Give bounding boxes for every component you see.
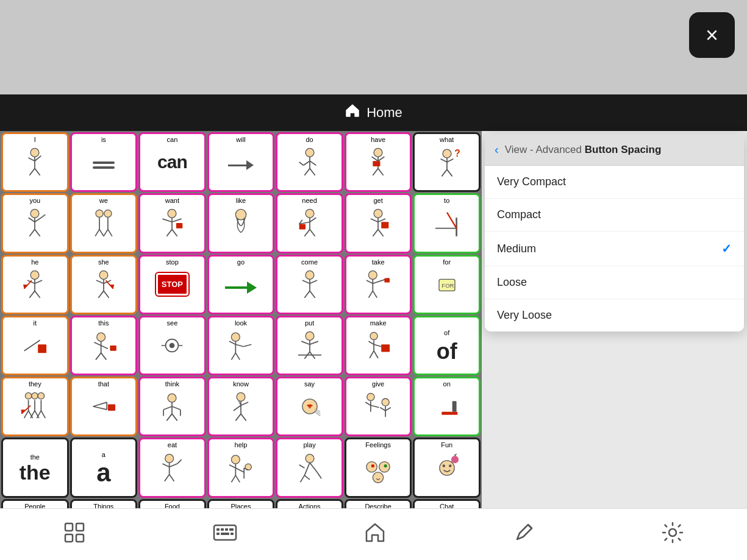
svg-line-130 [374, 344, 381, 346]
cell-make[interactable]: make [345, 316, 412, 375]
toolbar-keyboard-button[interactable] [201, 517, 249, 553]
cell-think[interactable]: think [138, 377, 206, 436]
svg-line-44 [163, 219, 173, 222]
cell-have[interactable]: have [345, 132, 412, 192]
cell-you[interactable]: you [1, 193, 69, 253]
cell-say[interactable]: say [276, 377, 343, 436]
svg-line-15 [372, 157, 378, 161]
svg-line-17 [373, 169, 378, 175]
svg-line-88 [304, 291, 310, 297]
svg-point-160 [237, 393, 245, 402]
cell-go[interactable]: go [207, 255, 275, 314]
svg-line-162 [234, 406, 241, 411]
svg-rect-247 [76, 523, 84, 531]
svg-point-68 [30, 271, 39, 279]
cell-the[interactable]: the the [1, 438, 69, 497]
cell-eat[interactable]: eat [138, 438, 206, 497]
cell-a[interactable]: a a [70, 438, 138, 497]
svg-line-115 [229, 341, 235, 344]
cell-see[interactable]: see [138, 316, 206, 375]
svg-line-199 [310, 463, 317, 472]
svg-line-93 [373, 280, 382, 283]
svg-rect-151 [108, 405, 115, 411]
cell-this[interactable]: this [70, 316, 138, 375]
cell-what[interactable]: what ? [413, 132, 481, 192]
cell-will[interactable]: will [207, 132, 275, 192]
svg-line-11 [304, 169, 310, 175]
svg-line-203 [304, 475, 310, 480]
toolbar-edit-button[interactable] [501, 516, 546, 553]
svg-line-145 [41, 411, 46, 418]
cell-give[interactable]: give [345, 377, 412, 436]
svg-line-158 [167, 414, 173, 420]
cell-we[interactable]: we [70, 193, 138, 253]
svg-line-56 [310, 230, 315, 236]
cell-need[interactable]: need [276, 193, 343, 253]
cell-do[interactable]: do [276, 132, 343, 192]
svg-rect-251 [216, 528, 220, 531]
cell-can[interactable]: can can [138, 132, 206, 192]
cell-want[interactable]: want [138, 193, 206, 253]
back-button[interactable]: ‹ [495, 143, 499, 157]
cell-know[interactable]: know [207, 377, 275, 436]
svg-line-116 [235, 344, 243, 346]
cell-stop[interactable]: stop STOP [138, 255, 206, 314]
page-title: Home [366, 105, 402, 121]
svg-point-212 [451, 456, 459, 463]
svg-line-30 [35, 218, 41, 222]
option-loose[interactable]: Loose [485, 266, 744, 299]
svg-line-200 [299, 464, 304, 467]
cell-come[interactable]: come [276, 255, 343, 314]
cell-they[interactable]: they [1, 377, 69, 436]
dropdown-panel: ‹ View - Advanced Button Spacing Very Co… [485, 134, 744, 331]
cell-of[interactable]: of of [413, 316, 481, 375]
cell-look[interactable]: look [207, 316, 275, 375]
svg-line-61 [378, 219, 385, 222]
cell-that[interactable]: that [70, 377, 138, 436]
cell-help[interactable]: help [207, 438, 275, 497]
svg-line-170 [315, 413, 320, 416]
svg-line-96 [373, 291, 377, 297]
close-button[interactable]: × [689, 12, 735, 58]
toolbar-home-button[interactable] [352, 516, 398, 554]
option-compact[interactable]: Compact [485, 199, 744, 232]
svg-line-117 [243, 344, 251, 346]
cell-take[interactable]: take [345, 255, 412, 314]
svg-line-81 [104, 291, 109, 297]
cell-it[interactable]: it [1, 316, 69, 375]
cell-i[interactable]: I [1, 132, 69, 192]
close-icon: × [706, 23, 718, 48]
svg-rect-253 [225, 528, 228, 531]
cell-get[interactable]: get [345, 193, 412, 253]
svg-line-144 [37, 411, 41, 418]
svg-line-89 [310, 291, 315, 297]
svg-line-73 [35, 291, 40, 297]
cell-on[interactable]: on [413, 377, 481, 436]
cell-like[interactable]: like [207, 193, 275, 253]
svg-line-258 [528, 525, 532, 528]
option-medium[interactable]: Medium ✓ [485, 232, 744, 266]
cell-fun[interactable]: Fun [413, 438, 481, 497]
header-title: Home [345, 103, 402, 122]
svg-point-211 [449, 464, 451, 467]
option-very-compact[interactable]: Very Compact [485, 166, 744, 199]
cell-for[interactable]: for FOR: [413, 255, 481, 314]
cell-he[interactable]: he [1, 255, 69, 314]
svg-point-84 [306, 271, 314, 279]
cell-to[interactable]: to [413, 193, 481, 253]
svg-line-25 [447, 169, 452, 176]
svg-point-136 [38, 393, 44, 399]
svg-line-107 [101, 353, 107, 360]
cell-is[interactable]: is [70, 132, 138, 192]
option-very-loose[interactable]: Very Loose [485, 299, 744, 331]
cell-play[interactable]: play [276, 438, 343, 497]
breadcrumb-text: View - Advanced Button Spacing [505, 144, 662, 156]
cell-she[interactable]: she [70, 255, 138, 314]
svg-line-67 [447, 213, 457, 229]
cell-feelings[interactable]: Feelings [345, 438, 412, 497]
svg-line-41 [108, 230, 112, 236]
cell-put[interactable]: put [276, 316, 343, 375]
toolbar-grid-button[interactable] [51, 516, 98, 554]
svg-point-110 [170, 343, 175, 349]
toolbar-settings-button[interactable] [649, 516, 696, 554]
